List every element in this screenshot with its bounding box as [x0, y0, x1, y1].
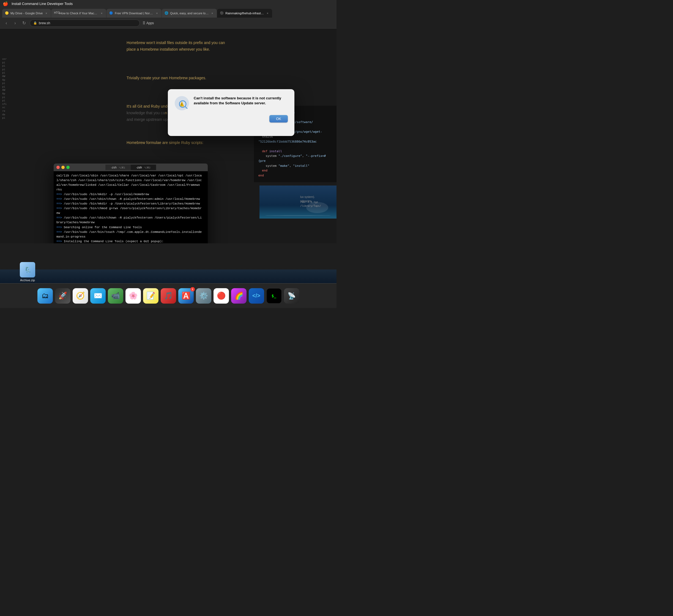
dock-mail[interactable]: ✉️ [90, 288, 105, 303]
tab-secure-login[interactable]: 🌐 Quick, easy, and secure login... × [162, 9, 217, 18]
traffic-light-green[interactable] [66, 166, 70, 169]
code-line-10: end [258, 173, 332, 178]
dock-chrome[interactable]: 🔴 [214, 288, 229, 303]
dock-notes[interactable]: 📝 [143, 288, 159, 303]
refresh-button[interactable]: ↻ [21, 20, 27, 26]
terminal-shortcut-1: ⌥⌘1 [119, 166, 125, 169]
tab-favicon-mac-check: HTG [54, 11, 58, 15]
brew-side-text: usr pi pi pi pi AW Ap pi pi AW Ap pi pi … [0, 56, 63, 153]
terminal-tab-1-label: -zsh [111, 166, 117, 169]
tab-favicon-google-drive: 🟡 [5, 11, 9, 15]
tab-close-github[interactable]: × [265, 11, 269, 15]
facetime-icon: 📹 [111, 291, 120, 300]
brew-highlight-2: Trivially create your own Homebrew packa… [127, 76, 206, 80]
tab-favicon-secure-login: 🌐 [165, 11, 168, 15]
code-line-8: system "make", "install" [258, 164, 332, 169]
code-line-6: def install [258, 149, 332, 154]
term-line-9: ==> /usr/bin/sudo /usr/sbin/chown -R pia… [56, 216, 205, 220]
address-input[interactable]: 🔒 brew.sh [30, 20, 140, 27]
tab-close-secure-login[interactable]: × [210, 11, 214, 15]
code-line-5 [258, 144, 332, 149]
back-button[interactable]: ‹ [3, 21, 9, 26]
apps-button[interactable]: ⠿ Apps [143, 21, 154, 25]
term-line-3: rks [56, 187, 205, 192]
term-line-0: cal/lib /usr/local/sbin /usr/local/share… [56, 173, 205, 178]
dock-appstore[interactable]: 🅰️ 1 [178, 288, 194, 303]
dock-vscode[interactable]: </> [249, 288, 264, 303]
dock-facetime[interactable]: 📹 [108, 288, 123, 303]
tab-mac-check[interactable]: HTG How to Check if Your Mac Is U... × [51, 9, 106, 18]
appstore-icon: 🅰️ [182, 291, 190, 300]
dialog-text-area: Can't install the software because it is… [194, 96, 288, 107]
music-icon: 🎵 [164, 291, 173, 300]
brew-highlight-4: Homebrew formulae are simple Ruby script… [127, 140, 203, 145]
traffic-light-red[interactable] [56, 166, 60, 169]
dock-terminal[interactable]: $_ [266, 288, 282, 303]
desktop-area: 🗜️ Archive.zip [0, 269, 336, 283]
archive-zip-icon[interactable]: 🗜️ Archive.zip [16, 262, 38, 282]
term-line-14: ==> Installing the Command Line Tools (e… [56, 239, 205, 243]
tab-close-nordvpn[interactable]: × [155, 11, 159, 15]
apple-icon[interactable]: 🍎 [3, 1, 8, 6]
tab-favicon-nordvpn: 🔵 [109, 11, 113, 15]
vscode-icon: </> [252, 292, 260, 299]
tab-google-drive[interactable]: 🟡 My Drive - Google Drive × [2, 9, 51, 18]
brew-para4: Homebrew formulae are simple Ruby script… [127, 140, 273, 146]
terminal-tab-1[interactable]: -zsh ⌥⌘1 [105, 165, 131, 170]
dock-finder[interactable]: 🗂 [37, 288, 53, 303]
terminal-tab-2[interactable]: -zsh ⌥⌘2 [131, 165, 156, 170]
dock-siri[interactable]: 🌈 [231, 288, 246, 303]
url-text: brew.sh [39, 21, 50, 25]
tab-close-google-drive[interactable]: × [44, 11, 48, 15]
menu-bar: 🍎 Install Command Line Developer Tools [0, 0, 336, 7]
dialog-buttons: OK [175, 115, 288, 123]
forward-button[interactable]: › [12, 21, 18, 26]
safari-icon: 🧭 [76, 291, 85, 300]
term-line-4: ==> ==> /usr/bin/sudo /bin/mkdir -p /usr… [56, 192, 205, 197]
code-line-7: system "./configure", "--prefix=#{pre [258, 154, 332, 163]
dialog-ok-button[interactable]: OK [269, 115, 288, 123]
term-line-12: ==> /usr/bin/sudo /usr/bin/touch /tmp/.c… [56, 230, 205, 234]
tab-label-secure-login: Quick, easy, and secure login... [170, 12, 209, 15]
finder-icon: 🗂 [41, 291, 49, 300]
brew-right-sidebar: lux system). ndencies [298, 194, 336, 204]
terminal-window: -zsh ⌥⌘1 -zsh ⌥⌘2 cal/lib /usr/local/sbi… [54, 164, 208, 243]
warning-svg: ! [175, 96, 189, 111]
dock-launchpad[interactable]: 🚀 [55, 288, 70, 303]
dock-safari[interactable]: 🧭 [73, 288, 88, 303]
terminal-titlebar: -zsh ⌥⌘1 -zsh ⌥⌘2 [54, 164, 208, 171]
term-line-10: brary/Caches/Homebrew [56, 220, 205, 225]
tab-close-mac-check[interactable]: × [99, 11, 103, 15]
traffic-light-yellow[interactable] [61, 166, 65, 169]
dialog-content: ! Can't install the software because it … [175, 96, 288, 111]
term-line-13: mand.in-progress [56, 234, 205, 239]
term-line-8: ew [56, 211, 205, 216]
dock-photos[interactable]: 🌸 [126, 288, 141, 303]
address-bar: ‹ › ↻ 🔒 brew.sh ⠿ Apps [0, 18, 336, 29]
dock-airplay[interactable]: 📡 [284, 288, 299, 303]
code-line-9: end [258, 168, 332, 173]
archive-zip-image: 🗜️ [20, 262, 35, 277]
browser-window: 🟡 My Drive - Google Drive × HTG How to C… [0, 7, 336, 243]
apps-grid-icon: ⠿ [143, 21, 145, 25]
dock: 🗂 🚀 🧭 ✉️ 📹 🌸 📝 🎵 🅰️ 1 ⚙️ 🔴 🌈 < [0, 283, 336, 308]
siri-icon: 🌈 [234, 291, 243, 300]
tab-favicon-github: ⚫ [220, 11, 224, 15]
terminal-tab-2-label: -zsh [136, 166, 142, 169]
dialog-title: Can't install the software because it is… [194, 96, 288, 106]
dialog-warning-icon: ! [175, 96, 189, 111]
notes-icon: 📝 [146, 291, 155, 300]
photos-icon: 🌸 [129, 291, 138, 300]
term-line-1: l/share/zsh /usr/local/share/zsh/site-fu… [56, 178, 205, 183]
lock-icon: 🔒 [33, 21, 37, 25]
svg-text:!: ! [181, 103, 182, 106]
brew-para1: Homebrew won't install files outside its… [127, 40, 273, 53]
chrome-icon: 🔴 [217, 291, 226, 300]
archive-zip-label: Archive.zip [16, 278, 38, 282]
tab-github[interactable]: ⚫ Rainmaking/thehub-infrastr... × [217, 9, 272, 18]
tab-nordvpn[interactable]: 🔵 Free VPN Download | NordVPN × [106, 9, 162, 18]
dock-music[interactable]: 🎵 [161, 288, 176, 303]
dock-systemprefs[interactable]: ⚙️ [196, 288, 211, 303]
terminal-icon: $_ [271, 294, 276, 298]
terminal-shortcut-2: ⌥⌘2 [144, 166, 151, 169]
